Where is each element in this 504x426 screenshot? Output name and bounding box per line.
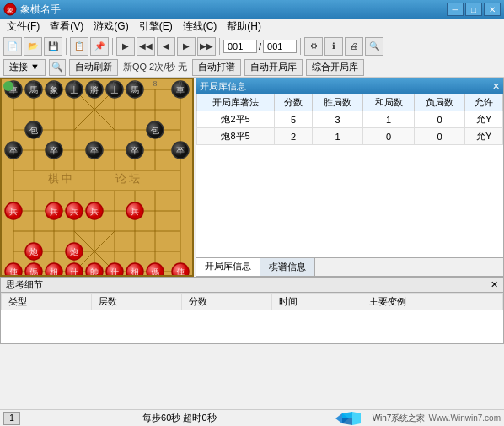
toolbar2: 连接 ▼ 🔍 自动刷新 新QQ 2次/秒 无 自动打谱 自动开局库 综合开局库 (0, 57, 504, 78)
step-fwd-btn[interactable]: ▶ (177, 37, 196, 56)
counter-total[interactable] (263, 40, 297, 53)
col-allow: 允许 (465, 94, 503, 111)
svg-text:卒: 卒 (50, 146, 58, 155)
search-btn[interactable]: 🔍 (365, 37, 383, 56)
svg-text:相: 相 (50, 267, 58, 275)
info-btn[interactable]: ℹ (324, 37, 343, 56)
opening-table: 开局库著法 分数 胜局数 和局数 负局数 允许 炮2平5 5 3 1 0 允Y (196, 94, 503, 257)
thinking-close[interactable]: ✕ (491, 279, 498, 290)
copy-btn[interactable]: 📋 (70, 37, 88, 56)
cell-score: 2 (275, 128, 313, 145)
open-btn[interactable]: 📂 (24, 37, 42, 56)
menu-help[interactable]: 帮助(H) (222, 19, 266, 35)
opening-tabs: 开局库信息 棋谱信息 (196, 257, 503, 276)
sep2 (112, 38, 113, 55)
table-row[interactable]: 炮8平5 2 1 0 0 允Y (197, 128, 503, 145)
composite-button[interactable]: 综合开局库 (306, 59, 364, 76)
svg-text:2: 2 (32, 79, 36, 88)
print-btn[interactable]: 🖨 (345, 37, 363, 56)
play-btn[interactable]: ▶ (116, 37, 135, 56)
chess-board-area: 棋 中 论 坛 車 馬 象 士 將 士 馬 (0, 78, 194, 277)
table-row[interactable]: 炮2平5 5 3 1 0 允Y (197, 111, 503, 128)
status-bar: 1 每步60秒 超时0秒 Win7系统之家 Www.Winwin7.com (0, 409, 504, 426)
svg-text:4: 4 (72, 79, 77, 88)
svg-text:包: 包 (151, 126, 159, 135)
svg-text:相: 相 (131, 267, 139, 275)
svg-text:兵: 兵 (131, 207, 139, 216)
think-col-type: 类型 (2, 294, 92, 310)
svg-text:3: 3 (52, 79, 56, 88)
auto-refresh-button[interactable]: 自动刷新 (69, 59, 118, 76)
river-text-left: 棋 中 (48, 172, 72, 185)
svg-text:卒: 卒 (9, 146, 18, 155)
counter-input[interactable] (223, 40, 257, 53)
menu-connect[interactable]: 连线(C) (178, 19, 223, 35)
menu-bar: 文件(F) 查看(V) 游戏(G) 引擎(E) 连线(C) 帮助(H) (0, 19, 504, 35)
opening-panel: 开局库信息 ✕ 开局库著法 分数 胜局数 和局数 负局数 允许 炮2平5 (196, 78, 504, 277)
next-btn[interactable]: ▶▶ (197, 37, 216, 56)
cell-score: 5 (275, 111, 313, 128)
svg-text:炮: 炮 (29, 247, 38, 256)
win7-area: Win7系统之家 Www.Winwin7.com (335, 412, 501, 425)
svg-text:卒: 卒 (176, 146, 185, 155)
svg-text:象: 象 (7, 7, 13, 14)
svg-text:傌: 傌 (29, 267, 38, 275)
connect-button[interactable]: 连接 ▼ (3, 59, 46, 76)
menu-file[interactable]: 文件(F) (2, 19, 45, 35)
svg-text:8: 8 (153, 79, 158, 88)
menu-game[interactable]: 游戏(G) (88, 19, 133, 35)
toolbar2-icon[interactable]: 🔍 (49, 59, 66, 76)
river-text-right: 论 坛 (115, 172, 140, 185)
tab-game-record[interactable]: 棋谱信息 (260, 258, 315, 276)
col-draw: 和局数 (363, 94, 415, 111)
cell-lose: 0 (414, 128, 465, 145)
svg-text:俥: 俥 (176, 267, 185, 275)
svg-text:兵: 兵 (70, 207, 78, 216)
cell-draw: 1 (363, 111, 415, 128)
cell-allow: 允Y (465, 128, 503, 145)
opening-panel-title-text: 开局库信息 (200, 80, 246, 93)
status-middle: 每步60秒 超时0秒 (142, 412, 216, 424)
minimize-button[interactable]: ─ (447, 3, 464, 16)
toolbar1: 📄 📂 💾 📋 📌 ▶ ◀◀ ◀ ▶ ▶▶ / ⚙ ℹ 🖨 🔍 (0, 35, 504, 57)
paste-btn[interactable]: 📌 (90, 37, 109, 56)
save-btn[interactable]: 💾 (44, 37, 62, 56)
cell-win: 3 (312, 111, 363, 128)
menu-view[interactable]: 查看(V) (45, 19, 88, 35)
opening-panel-title: 开局库信息 ✕ (196, 78, 503, 94)
status-indicator-left: 1 (3, 412, 20, 425)
svg-text:包: 包 (29, 126, 38, 135)
win7-logo (335, 412, 369, 425)
svg-text:帥: 帥 (90, 267, 99, 275)
step-back-btn[interactable]: ◀ (157, 37, 175, 56)
menu-engine[interactable]: 引擎(E) (134, 19, 178, 35)
auto-open-button[interactable]: 自动开局库 (244, 59, 303, 76)
cell-allow: 允Y (465, 111, 503, 128)
win7-text: Win7系统之家 (373, 413, 426, 424)
svg-text:9: 9 (179, 79, 183, 88)
think-col-variation: 主要变例 (362, 294, 502, 310)
col-lose: 负局数 (414, 94, 465, 111)
tab-opening-info[interactable]: 开局库信息 (196, 258, 260, 276)
status-indicator (3, 81, 13, 91)
close-button[interactable]: ✕ (484, 3, 501, 16)
opening-panel-close[interactable]: ✕ (492, 81, 500, 92)
counter-area: / (223, 40, 297, 53)
svg-text:兵: 兵 (50, 207, 58, 216)
settings-btn[interactable]: ⚙ (304, 37, 323, 56)
svg-text:俥: 俥 (9, 267, 18, 275)
thinking-data-table: 类型 层数 分数 时间 主要变例 (1, 293, 503, 310)
prev-btn[interactable]: ◀◀ (137, 37, 155, 56)
svg-text:卒: 卒 (131, 146, 139, 155)
auto-shoot-button[interactable]: 自动打谱 (192, 59, 241, 76)
site-text: Www.Winwin7.com (428, 413, 501, 423)
app-icon: 象 (3, 3, 17, 16)
col-method: 开局库著法 (197, 94, 275, 111)
new-btn[interactable]: 📄 (3, 37, 22, 56)
sep1 (66, 38, 67, 55)
svg-text:兵: 兵 (90, 207, 99, 216)
maximize-button[interactable]: □ (465, 3, 482, 16)
cell-draw: 0 (363, 128, 415, 145)
col-score: 分数 (275, 94, 313, 111)
svg-text:卒: 卒 (90, 146, 99, 155)
